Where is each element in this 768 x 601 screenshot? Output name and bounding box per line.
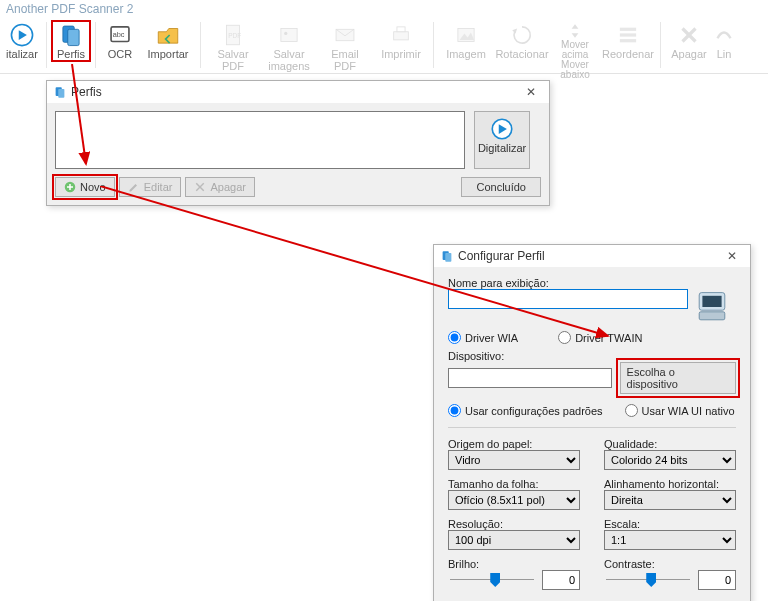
- svg-rect-33: [702, 296, 721, 307]
- print-icon: [388, 22, 414, 48]
- salvar-imagens-button[interactable]: Salvar imagens: [261, 20, 317, 74]
- pdf-icon: PDF: [220, 22, 246, 48]
- close-button[interactable]: ✕: [720, 249, 744, 263]
- clear-icon: [711, 22, 737, 48]
- alinhamento-label: Alinhamento horizontal:: [604, 478, 736, 490]
- svg-point-9: [284, 32, 287, 35]
- svg-rect-12: [397, 27, 405, 32]
- imprimir-button[interactable]: Imprimir: [373, 20, 429, 62]
- svg-rect-3: [68, 29, 79, 45]
- dispositivo-input[interactable]: [448, 368, 612, 388]
- contraste-slider[interactable]: [604, 570, 692, 590]
- move-updown-icon: [566, 22, 584, 40]
- svg-rect-11: [394, 32, 409, 40]
- profiles-icon: [440, 249, 454, 263]
- salvar-pdf-button[interactable]: PDF Salvar PDF: [205, 20, 261, 74]
- delete-icon: [676, 22, 702, 48]
- imagem-button[interactable]: Imagem: [438, 20, 494, 62]
- apagar-profile-button[interactable]: Apagar: [185, 177, 254, 197]
- play-circle-icon: [489, 116, 515, 142]
- resolucao-label: Resolução:: [448, 518, 580, 530]
- brilho-slider[interactable]: [448, 570, 536, 590]
- nome-input[interactable]: [448, 289, 688, 309]
- escala-select[interactable]: 1:1: [604, 530, 736, 550]
- add-icon: [64, 181, 76, 193]
- image-icon: [453, 22, 479, 48]
- apagar-button[interactable]: Apagar: [665, 20, 713, 62]
- alinhamento-select[interactable]: Direita: [604, 490, 736, 510]
- usar-padroes-radio[interactable]: Usar configurações padrões: [448, 404, 603, 417]
- svg-text:abc: abc: [113, 30, 125, 39]
- perfis-dialog-title: Perfis: [71, 85, 102, 99]
- svg-rect-18: [620, 28, 636, 31]
- contraste-label: Contraste:: [604, 558, 736, 570]
- brilho-value[interactable]: [542, 570, 580, 590]
- digitalizar-panel-button[interactable]: Digitalizar: [474, 111, 530, 169]
- ribbon-toolbar: italizar Perfis abc OCR Importar PDF Sal…: [0, 18, 768, 74]
- resolucao-select[interactable]: 100 dpi: [448, 530, 580, 550]
- delete-icon: [194, 181, 206, 193]
- svg-rect-19: [620, 33, 636, 36]
- novo-button[interactable]: Novo: [55, 177, 115, 197]
- origem-label: Origem do papel:: [448, 438, 580, 450]
- svg-text:PDF: PDF: [228, 32, 241, 39]
- svg-marker-17: [572, 33, 579, 38]
- profiles-icon: [58, 22, 84, 48]
- ocr-icon: abc: [107, 22, 133, 48]
- nome-label: Nome para exibição:: [448, 277, 736, 289]
- pencil-icon: [128, 181, 140, 193]
- ocr-button[interactable]: abc OCR: [100, 20, 140, 62]
- config-dialog: Configurar Perfil ✕ Nome para exibição: …: [433, 244, 751, 601]
- config-dialog-title: Configurar Perfil: [458, 249, 545, 263]
- svg-marker-16: [572, 24, 579, 29]
- importar-button[interactable]: Importar: [140, 20, 196, 62]
- email-pdf-button[interactable]: Email PDF: [317, 20, 373, 74]
- escolha-dispositivo-button[interactable]: Escolha o dispositivo: [620, 362, 736, 394]
- close-button[interactable]: ✕: [519, 85, 543, 99]
- profiles-icon: [53, 85, 67, 99]
- mover-button[interactable]: Mover acimaMover abaixo: [550, 20, 600, 82]
- qualidade-label: Qualidade:: [604, 438, 736, 450]
- contraste-value[interactable]: [698, 570, 736, 590]
- rotacionar-button[interactable]: Rotacionar: [494, 20, 550, 62]
- play-circle-icon: [9, 22, 35, 48]
- app-title: Another PDF Scanner 2: [0, 0, 768, 18]
- digitalizar-button[interactable]: italizar: [2, 20, 42, 62]
- reordenar-button[interactable]: Reordenar: [600, 20, 656, 62]
- reorder-icon: [615, 22, 641, 48]
- svg-rect-8: [281, 29, 297, 42]
- svg-rect-24: [58, 89, 64, 98]
- qualidade-select[interactable]: Colorido 24 bits: [604, 450, 736, 470]
- perfis-button[interactable]: Perfis: [51, 20, 91, 62]
- perfis-dialog: Perfis ✕ Digitalizar Novo Editar Apagar: [46, 80, 550, 206]
- images-icon: [276, 22, 302, 48]
- tamanho-select[interactable]: Ofício (8.5x11 pol): [448, 490, 580, 510]
- email-icon: [332, 22, 358, 48]
- driver-wia-radio[interactable]: Driver WIA: [448, 331, 518, 344]
- svg-rect-31: [445, 253, 451, 262]
- escala-label: Escala:: [604, 518, 736, 530]
- editar-button[interactable]: Editar: [119, 177, 182, 197]
- scanner-icon: [696, 289, 728, 325]
- svg-rect-20: [620, 39, 636, 42]
- dispositivo-label: Dispositivo:: [448, 350, 736, 362]
- driver-twain-radio[interactable]: Driver TWAIN: [558, 331, 642, 344]
- rotate-icon: [509, 22, 535, 48]
- origem-select[interactable]: Vidro: [448, 450, 580, 470]
- profiles-listbox[interactable]: [55, 111, 465, 169]
- lin-button[interactable]: Lin: [713, 20, 735, 62]
- import-icon: [155, 22, 181, 48]
- tamanho-label: Tamanho da folha:: [448, 478, 580, 490]
- svg-rect-34: [699, 312, 725, 320]
- concluido-button[interactable]: Concluído: [461, 177, 541, 197]
- brilho-label: Brilho:: [448, 558, 580, 570]
- usar-wia-nativo-radio[interactable]: Usar WIA UI nativo: [625, 404, 735, 417]
